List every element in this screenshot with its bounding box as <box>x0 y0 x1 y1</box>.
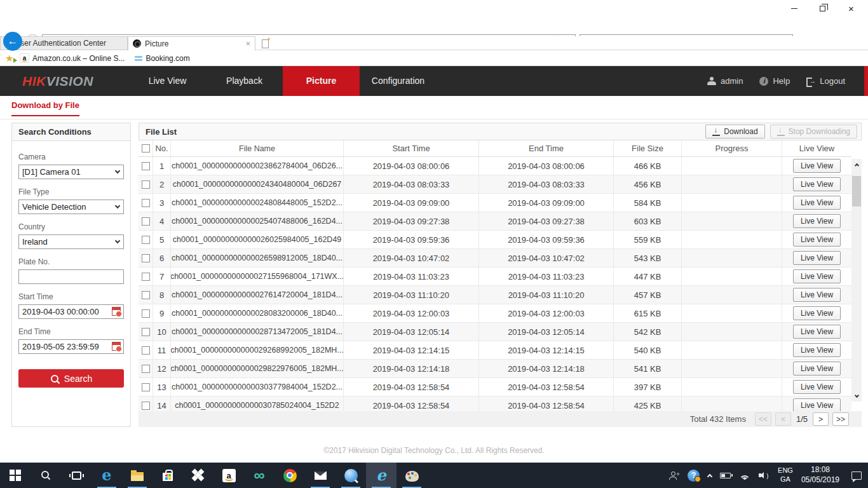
help-bubble-icon[interactable]: ? <box>688 470 700 482</box>
pagination-bar: Total 432 Items << < 1/5 > >> <box>139 411 862 427</box>
infinity-app[interactable]: ∞ <box>244 463 275 488</box>
row-checkbox[interactable] <box>142 273 150 281</box>
nav-configuration[interactable]: Configuration <box>360 66 437 96</box>
magnifier-app[interactable] <box>336 463 366 488</box>
file-type-select[interactable]: Vehicle Detection <box>18 200 124 214</box>
live-view-button[interactable]: Live View <box>793 288 841 302</box>
row-checkbox[interactable] <box>142 217 150 226</box>
file-explorer-app[interactable] <box>122 463 153 488</box>
mail-app[interactable] <box>305 463 336 488</box>
back-button[interactable]: ← <box>3 32 22 51</box>
amazon-app[interactable]: a <box>214 463 244 488</box>
download-button[interactable]: Download <box>705 125 764 139</box>
live-view-button[interactable]: Live View <box>793 306 841 320</box>
tab-picture[interactable]: Picture × <box>128 36 255 51</box>
live-view-button[interactable]: Live View <box>793 362 841 376</box>
taskbar-search-button[interactable] <box>31 463 61 488</box>
close-button[interactable]: × <box>837 0 865 17</box>
row-checkbox[interactable] <box>142 346 150 355</box>
infinity-icon: ∞ <box>254 468 264 483</box>
live-view-button[interactable]: Live View <box>793 177 841 191</box>
start-time-input[interactable]: 2019-04-03 00:00:00 <box>18 304 124 319</box>
nav-live-view[interactable]: Live View <box>129 66 206 96</box>
people-icon[interactable] <box>669 471 679 480</box>
internet-explorer-app[interactable]: e <box>366 463 397 488</box>
chevron-down-icon <box>115 168 120 173</box>
dropbox-app[interactable] <box>183 463 214 488</box>
help-button[interactable]: i Help <box>759 76 790 86</box>
scroll-up-arrow[interactable] <box>851 159 862 170</box>
nav-playback[interactable]: Playback <box>206 66 283 96</box>
add-favorite-icon[interactable]: ★ <box>5 53 16 64</box>
edge-app[interactable]: e <box>92 463 122 488</box>
wifi-icon[interactable] <box>739 471 750 480</box>
table-row: 11 ch0001_000000000000029268992005_182MH… <box>139 341 851 360</box>
search-button[interactable]: Search <box>18 369 124 388</box>
restore-button[interactable] <box>808 0 837 17</box>
row-checkbox[interactable] <box>142 180 150 189</box>
row-checkbox[interactable] <box>142 309 150 318</box>
row-checkbox[interactable] <box>142 236 150 244</box>
row-checkbox[interactable] <box>142 383 150 391</box>
calendar-icon[interactable] <box>112 342 121 351</box>
new-tab-button[interactable] <box>257 37 273 50</box>
user-name: admin <box>721 76 743 86</box>
last-page-button[interactable]: >> <box>832 412 849 426</box>
user-menu[interactable]: admin <box>707 76 743 86</box>
tray-chevron-up-icon[interactable] <box>707 473 712 478</box>
row-number: 11 <box>153 341 170 359</box>
end-time: 2019-04-03 12:14:18 <box>478 360 613 377</box>
end-time: 2019-04-03 12:58:54 <box>478 396 613 411</box>
battery-icon[interactable] <box>720 473 731 478</box>
start-time: 2019-04-03 09:59:36 <box>343 231 478 248</box>
live-view-button[interactable]: Live View <box>793 233 841 247</box>
tab-download-by-file[interactable]: Download by File <box>11 100 79 116</box>
end-time-input[interactable]: 2019-05-05 23:59:59 <box>18 339 124 354</box>
live-view-button[interactable]: Live View <box>793 398 841 411</box>
clock[interactable]: 18:08 05/05/2019 <box>801 465 839 485</box>
restore-icon <box>820 6 825 11</box>
row-checkbox[interactable] <box>142 328 150 336</box>
paint-app[interactable] <box>397 463 427 488</box>
search-conditions-panel: Search Conditions Camera [D1] Camera 01 … <box>11 123 131 427</box>
task-view-button[interactable] <box>61 463 92 488</box>
plate-input[interactable] <box>18 269 124 284</box>
scrollbar-thumb[interactable] <box>852 176 861 207</box>
live-view-button[interactable]: Live View <box>793 343 841 357</box>
tab-close-icon[interactable]: × <box>245 39 250 48</box>
row-checkbox[interactable] <box>142 254 150 262</box>
favorite-amazon[interactable]: a Amazon.co.uk – Online S... <box>20 53 125 63</box>
action-center-icon[interactable] <box>851 471 862 480</box>
row-checkbox[interactable] <box>142 402 150 410</box>
minimize-button[interactable] <box>780 0 808 17</box>
file-name: ch0001_000000000000026598912005_18D40... <box>170 249 343 267</box>
microsoft-store-app[interactable] <box>153 463 183 488</box>
logout-button[interactable]: Logout <box>806 76 845 86</box>
live-view-button[interactable]: Live View <box>793 380 841 394</box>
live-view-button[interactable]: Live View <box>793 196 841 210</box>
row-checkbox[interactable] <box>142 199 150 207</box>
calendar-icon[interactable] <box>112 307 121 316</box>
next-page-button[interactable]: > <box>813 412 829 426</box>
country-select[interactable]: Ireland <box>18 234 124 249</box>
language-indicator[interactable]: ENG GA <box>778 466 793 484</box>
nav-picture[interactable]: Picture <box>283 66 360 96</box>
store-bag-icon <box>163 473 173 481</box>
favorite-booking[interactable]: Booking.com <box>135 54 189 63</box>
live-view-button[interactable]: Live View <box>793 214 841 228</box>
camera-select[interactable]: [D1] Camera 01 <box>18 165 124 179</box>
chrome-app[interactable] <box>275 463 305 488</box>
live-view-button[interactable]: Live View <box>793 269 841 283</box>
volume-icon[interactable] <box>759 471 770 480</box>
select-all-checkbox[interactable] <box>142 144 150 152</box>
live-view-button[interactable]: Live View <box>793 159 841 173</box>
table-scrollbar[interactable] <box>851 159 862 402</box>
live-view-button[interactable]: Live View <box>793 325 841 339</box>
file-size: 397 KB <box>613 378 681 396</box>
start-button[interactable] <box>0 463 31 488</box>
row-checkbox[interactable] <box>142 365 150 373</box>
row-checkbox[interactable] <box>142 162 150 170</box>
row-checkbox[interactable] <box>142 291 150 299</box>
scroll-down-arrow[interactable] <box>851 391 862 402</box>
live-view-button[interactable]: Live View <box>793 251 841 265</box>
